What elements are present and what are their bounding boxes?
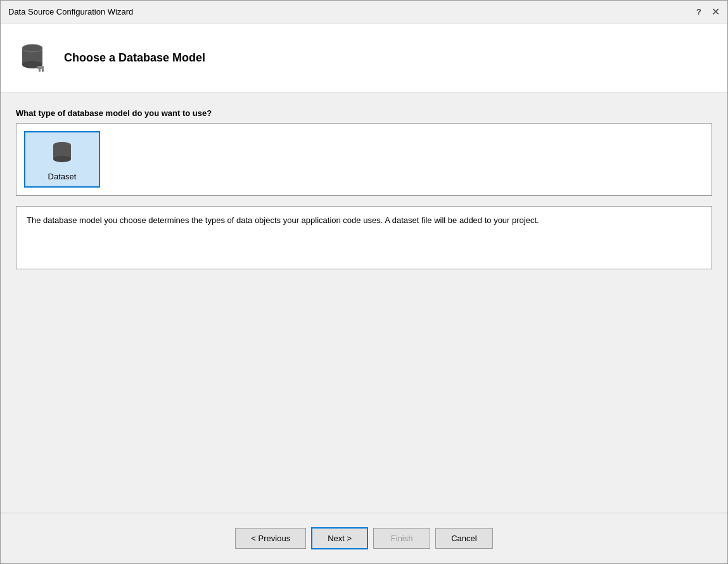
dataset-icon — [47, 138, 77, 168]
svg-rect-5 — [39, 69, 41, 72]
svg-rect-6 — [42, 69, 44, 72]
title-bar-controls: ? ✕ — [696, 7, 720, 17]
content-section: What type of database model do you want … — [1, 93, 727, 513]
header-section: Choose a Database Model — [1, 23, 727, 93]
description-area: The database model you choose determines… — [16, 206, 712, 269]
svg-point-9 — [53, 156, 71, 162]
model-selection-area[interactable]: Dataset — [16, 123, 712, 196]
dialog-window: Data Source Configuration Wizard ? ✕ Cho… — [0, 0, 728, 564]
dataset-label: Dataset — [48, 172, 77, 181]
footer-section: < Previous Next > Finish Cancel — [1, 513, 727, 563]
header-icon — [16, 39, 54, 77]
help-button[interactable]: ? — [696, 7, 701, 16]
cancel-button[interactable]: Cancel — [435, 528, 492, 549]
close-button[interactable]: ✕ — [712, 7, 720, 17]
finish-button[interactable]: Finish — [373, 528, 430, 549]
next-button[interactable]: Next > — [311, 527, 368, 549]
question-label: What type of database model do you want … — [16, 108, 712, 196]
svg-rect-4 — [37, 66, 44, 69]
title-bar: Data Source Configuration Wizard ? ✕ — [1, 1, 727, 23]
description-text: The database model you choose determines… — [27, 215, 539, 225]
header-title: Choose a Database Model — [64, 51, 205, 65]
dataset-model-item[interactable]: Dataset — [24, 131, 100, 188]
previous-button[interactable]: < Previous — [235, 528, 306, 549]
dialog-title: Data Source Configuration Wizard — [8, 7, 133, 16]
